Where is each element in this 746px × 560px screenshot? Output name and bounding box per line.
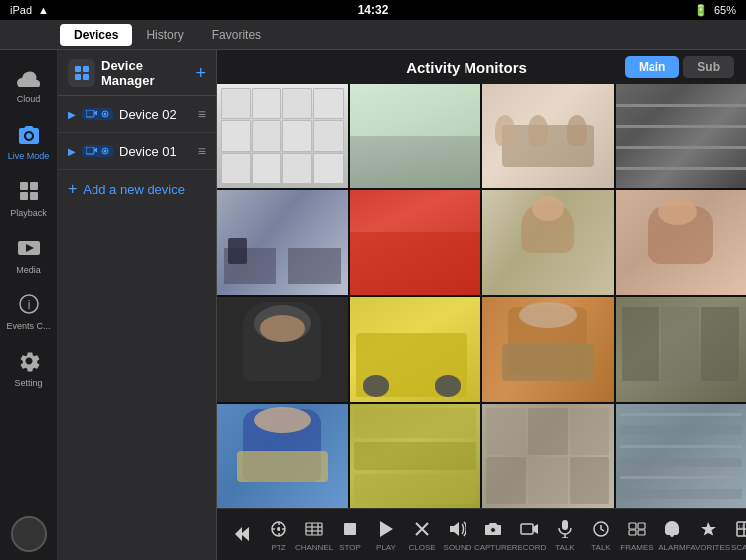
main-button[interactable]: Main: [625, 56, 679, 78]
camera-cell-11[interactable]: [482, 297, 614, 402]
svg-rect-7: [83, 66, 89, 72]
tab-history[interactable]: History: [132, 24, 197, 46]
scale-label: SCALE: [731, 543, 746, 552]
capture-icon: [481, 517, 505, 541]
frames-icon: [625, 517, 649, 541]
sidebar-item-setting[interactable]: Setting: [0, 339, 57, 396]
device-icon-02: [82, 108, 113, 120]
camera-cell-3[interactable]: [482, 84, 614, 188]
record-icon: [517, 517, 541, 541]
device-name-01: Device 01: [119, 144, 192, 159]
status-right: 🔋 65%: [694, 4, 736, 17]
device-add-button[interactable]: +: [195, 63, 206, 84]
sidebar-item-events[interactable]: i Events C...: [0, 282, 57, 339]
sidebar-item-playback[interactable]: Playback: [0, 169, 57, 226]
frames-label: FRAMES: [620, 543, 653, 552]
camera-grid: [217, 84, 746, 508]
toolbar-favorites[interactable]: FAVORITES: [690, 517, 726, 552]
toolbar-play[interactable]: PLAY: [368, 517, 404, 552]
ptz-icon: [267, 517, 290, 541]
device-panel: Device Manager + ▶ Device 02 ≡ ▶: [58, 50, 217, 560]
camera-cell-8[interactable]: [616, 190, 747, 294]
close-label: CLOSE: [408, 543, 435, 552]
main-layout: Cloud Live Mode Playback: [0, 50, 746, 560]
svg-rect-6: [75, 66, 81, 72]
talk-icon: [553, 517, 577, 541]
toolbar-sound[interactable]: SOUND: [440, 517, 475, 552]
playback-icon: [15, 177, 43, 205]
camera-cell-7[interactable]: [482, 190, 614, 294]
talk-label: TALK: [555, 543, 574, 552]
svg-rect-9: [83, 74, 89, 80]
svg-rect-31: [638, 523, 645, 529]
sound-icon: [446, 517, 469, 541]
camera-cell-13[interactable]: [217, 404, 348, 508]
sound-label: SOUND: [444, 543, 472, 552]
toolbar-scale[interactable]: 1:1 SCALE: [726, 517, 746, 552]
media-icon: [15, 234, 43, 262]
svg-rect-23: [344, 523, 356, 535]
add-device-item[interactable]: + Add a new device: [58, 170, 216, 208]
camera-cell-4[interactable]: [616, 84, 747, 188]
toolbar-channel[interactable]: CHANNEL: [296, 517, 332, 552]
ptz-label: PTZ: [271, 543, 285, 552]
favorites-icon: [696, 517, 720, 541]
content-title: Activity Monitors: [308, 59, 625, 76]
stop-label: STOP: [339, 543, 361, 552]
toolbar-record[interactable]: RECORD: [511, 517, 547, 552]
svg-rect-2: [20, 192, 28, 200]
camera-cell-9[interactable]: [217, 297, 348, 402]
device-menu-01[interactable]: ≡: [198, 143, 206, 159]
svg-point-17: [277, 527, 280, 531]
sidebar: Cloud Live Mode Playback: [0, 50, 58, 560]
header-buttons: Main Sub: [625, 56, 734, 78]
device-item-01[interactable]: ▶ Device 01 ≡: [58, 133, 216, 170]
svg-rect-1: [30, 182, 38, 190]
sidebar-item-livemode[interactable]: Live Mode: [0, 112, 57, 169]
toolbar-rewind[interactable]: [225, 522, 261, 548]
camera-icon: [15, 120, 43, 148]
content-header: Activity Monitors Main Sub: [217, 50, 746, 84]
device-arrow-icon-01: ▶: [68, 146, 76, 157]
toolbar-ptz[interactable]: PTZ: [261, 517, 296, 552]
device-manager-icon: [68, 59, 95, 87]
svg-rect-8: [75, 74, 81, 80]
tab-bar: Devices History Favorites: [0, 20, 746, 50]
sidebar-label-setting: Setting: [14, 378, 42, 388]
camera-cell-15[interactable]: [482, 404, 614, 508]
svg-rect-13: [86, 147, 94, 154]
camera-cell-2[interactable]: [350, 84, 481, 188]
toolbar-close[interactable]: CLOSE: [404, 517, 440, 552]
tab-devices[interactable]: Devices: [60, 24, 132, 46]
camera-cell-10[interactable]: [350, 297, 481, 402]
clock-icon: [589, 517, 613, 541]
toolbar-capture[interactable]: CAPTURE: [475, 517, 511, 552]
add-device-label: Add a new device: [83, 182, 185, 197]
sidebar-item-cloud[interactable]: Cloud: [0, 56, 57, 112]
device-label: iPad: [10, 4, 32, 16]
camera-cell-1[interactable]: [217, 84, 348, 188]
camera-cell-6[interactable]: [350, 190, 481, 294]
toolbar-stop[interactable]: STOP: [332, 517, 368, 552]
main-content: Activity Monitors Main Sub: [217, 50, 746, 560]
stop-icon: [338, 517, 362, 541]
toolbar-alarm[interactable]: ALARM: [654, 517, 690, 552]
sub-button[interactable]: Sub: [683, 56, 734, 78]
close-icon: [410, 517, 434, 541]
svg-point-15: [104, 150, 107, 153]
svg-rect-30: [629, 523, 636, 529]
toolbar-talk[interactable]: TALK: [547, 517, 583, 552]
camera-cell-16[interactable]: [616, 404, 747, 508]
tab-favorites[interactable]: Favorites: [198, 24, 275, 46]
camera-cell-5[interactable]: [217, 190, 348, 294]
svg-rect-3: [30, 192, 38, 200]
device-item-02[interactable]: ▶ Device 02 ≡: [58, 96, 216, 133]
camera-cell-14[interactable]: [350, 404, 481, 508]
camera-cell-12[interactable]: [616, 297, 747, 402]
alarm-label: ALARM: [658, 543, 686, 552]
rewind-icon: [231, 522, 255, 546]
device-menu-02[interactable]: ≡: [198, 106, 206, 122]
toolbar-frames[interactable]: FRAMES: [619, 517, 654, 552]
sidebar-item-media[interactable]: Media: [0, 226, 57, 282]
toolbar-clock[interactable]: TALK: [583, 517, 619, 552]
